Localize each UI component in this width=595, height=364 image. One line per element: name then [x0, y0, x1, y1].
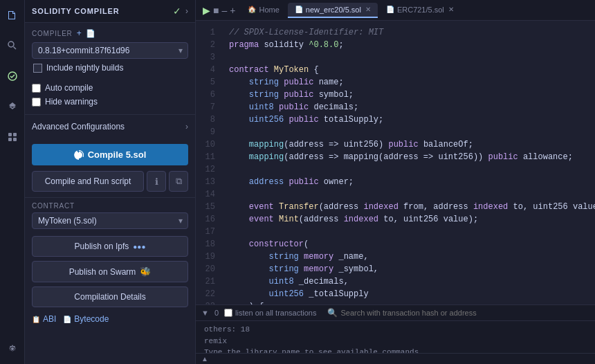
advanced-chevron-icon: › — [185, 122, 188, 131]
stop-icon[interactable]: ■ — [213, 5, 219, 16]
bottom-bar: ▼ 0 listen on all transactions 🔍 others:… — [196, 304, 595, 364]
contract-label: CONTRACT — [32, 202, 188, 210]
run-script-row: Compile and Run script ℹ ⧉ — [32, 171, 188, 192]
check-icon: ✓ — [173, 6, 181, 17]
compiler-label: COMPILER + 📄 — [32, 28, 188, 38]
listen-checkbox-row: listen on all transactions — [224, 309, 316, 317]
expand-icon[interactable]: ▼ — [201, 309, 209, 317]
compile-btn-label: Compile 5.sol — [88, 149, 147, 160]
svg-line-1 — [13, 47, 16, 50]
tab-erc20-icon: 📄 — [295, 6, 303, 13]
bytecode-button[interactable]: 📄 Bytecode — [63, 314, 109, 324]
run-controls: ▶ ■ – + — [199, 5, 239, 16]
terminal-search-icon[interactable]: 🔍 — [327, 308, 338, 318]
tab-erc20-label: new_erc20/5.sol — [306, 6, 361, 14]
listen-label: listen on all transactions — [235, 309, 316, 317]
terminal-content: others: 18remixType the library name to … — [196, 321, 595, 353]
terminal-search-input[interactable] — [340, 309, 589, 317]
bytecode-doc-icon: 📄 — [63, 316, 71, 323]
svg-point-0 — [8, 42, 14, 47]
ipfs-icon: ●●● — [133, 243, 145, 251]
copy-button[interactable]: ⧉ — [169, 171, 188, 192]
nightly-row: Include nightly builds — [32, 63, 188, 73]
hide-warnings-label: Hide warnings — [45, 97, 98, 107]
file-doc-icon[interactable]: 📄 — [86, 29, 96, 38]
panel-title: SOLIDITY COMPILER — [32, 7, 120, 15]
run-icon[interactable]: ▶ — [203, 5, 210, 16]
info-button[interactable]: ℹ — [147, 171, 166, 192]
doc-icon: 📋 — [32, 316, 40, 323]
tab-erc721-icon: 📄 — [386, 6, 394, 13]
svg-rect-3 — [8, 133, 12, 136]
compilation-details-button[interactable]: Compilation Details — [32, 286, 188, 307]
version-select-wrapper: 0.8.18+commit.87f61d96 — [32, 42, 188, 59]
contract-section: CONTRACT MyToken (5.sol) — [25, 197, 195, 233]
tab-home-label: Home — [259, 6, 279, 14]
nightly-checkbox[interactable] — [33, 64, 42, 73]
contract-select[interactable]: MyToken (5.sol) — [32, 212, 188, 229]
sidebar-item-compiler[interactable] — [3, 66, 22, 86]
tab-erc721-close[interactable]: ✕ — [448, 6, 454, 13]
sidebar-icons — [0, 0, 25, 364]
panel-header-right: ✓ › — [173, 6, 188, 17]
publish-swarm-button[interactable]: Publish on Swarm 🐝 — [32, 261, 188, 282]
refresh-icon — [74, 150, 84, 160]
abi-row: 📋 ABI 📄 Bytecode — [32, 311, 188, 327]
abi-button[interactable]: 📋 ABI — [32, 314, 56, 324]
contract-select-wrapper: MyToken (5.sol) — [32, 212, 188, 229]
search-area: 🔍 — [327, 308, 589, 318]
advanced-label: Advanced Configurations — [32, 122, 125, 131]
svg-rect-6 — [13, 138, 17, 141]
tab-home[interactable]: 🏠 Home — [241, 3, 286, 18]
panel-header: SOLIDITY COMPILER ✓ › — [25, 0, 195, 23]
zoomin-icon[interactable]: + — [230, 5, 235, 16]
advanced-row[interactable]: Advanced Configurations › — [32, 120, 188, 133]
swarm-icon: 🐝 — [140, 266, 151, 277]
checkboxes-section: Auto compile Hide warnings — [25, 78, 195, 114]
add-file-icon[interactable]: + — [77, 28, 82, 38]
code-content[interactable]: // SPDX-License-Identifier: MITpragma so… — [221, 21, 595, 304]
zoomout-icon[interactable]: – — [221, 5, 227, 16]
svg-rect-5 — [8, 138, 12, 141]
home-icon: 🏠 — [248, 6, 256, 13]
auto-compile-row: Auto compile — [32, 81, 188, 95]
tab-erc721-label: ERC721/5.sol — [397, 6, 444, 14]
tab-erc721[interactable]: 📄 ERC721/5.sol ✕ — [379, 3, 461, 18]
nightly-label: Include nightly builds — [46, 63, 123, 73]
line-numbers: 1234567891011121314151617181920212223242… — [196, 21, 221, 304]
sidebar-item-deploy[interactable] — [3, 97, 22, 116]
tab-erc20-close[interactable]: ✕ — [365, 6, 371, 13]
hide-warnings-row: Hide warnings — [32, 95, 188, 109]
auto-compile-label: Auto compile — [45, 83, 93, 93]
compiler-section: COMPILER + 📄 0.8.18+commit.87f61d96 Incl… — [25, 23, 195, 78]
version-select[interactable]: 0.8.18+commit.87f61d96 — [32, 42, 188, 59]
line-count: 0 — [214, 309, 219, 317]
advanced-section: Advanced Configurations › — [25, 114, 195, 138]
sidebar-item-settings[interactable] — [3, 339, 22, 358]
sidebar-item-search[interactable] — [3, 36, 22, 55]
editor-area: ▶ ■ – + 🏠 Home 📄 new_erc20/5.sol ✕ 📄 ERC… — [196, 0, 595, 364]
sidebar-item-plugins[interactable] — [3, 127, 22, 147]
chevron-icon: › — [185, 6, 188, 16]
compiler-panel: SOLIDITY COMPILER ✓ › COMPILER + 📄 0.8.1… — [25, 0, 196, 364]
publish-ipfs-button[interactable]: Publish on Ipfs ●●● — [32, 236, 188, 257]
bottom-chevron-icon[interactable]: ▲ — [201, 355, 208, 363]
listen-checkbox[interactable] — [224, 309, 232, 317]
tab-erc20[interactable]: 📄 new_erc20/5.sol ✕ — [288, 3, 378, 18]
compile-run-button[interactable]: Compile and Run script — [32, 171, 144, 192]
auto-compile-checkbox[interactable] — [32, 84, 41, 93]
compile-button[interactable]: Compile 5.sol — [32, 144, 188, 165]
bottom-expand-row: ▲ — [196, 353, 595, 364]
svg-rect-4 — [13, 133, 17, 136]
code-editor: 1234567891011121314151617181920212223242… — [196, 21, 595, 304]
action-buttons: Publish on Ipfs ●●● Publish on Swarm 🐝 C… — [25, 233, 195, 329]
bottom-toolbar: ▼ 0 listen on all transactions 🔍 — [196, 305, 595, 321]
tab-bar: ▶ ■ – + 🏠 Home 📄 new_erc20/5.sol ✕ 📄 ERC… — [196, 0, 595, 21]
sidebar-item-files[interactable] — [3, 6, 22, 25]
hide-warnings-checkbox[interactable] — [32, 98, 41, 107]
